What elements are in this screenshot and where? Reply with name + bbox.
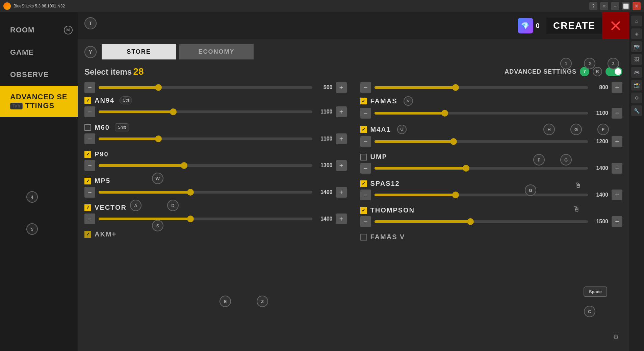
- m60-plus[interactable]: +: [336, 133, 347, 144]
- title-restore-btn[interactable]: ⬜: [622, 2, 630, 10]
- weapon-header-famas: FAMAS V: [360, 96, 623, 106]
- close-x-button[interactable]: [602, 12, 629, 39]
- checkbox-an94[interactable]: [84, 97, 91, 104]
- weapon-header-thompson: THOMPSON: [360, 206, 623, 214]
- sidebar-icon-3[interactable]: 📷: [631, 41, 642, 52]
- vector-value: 1400: [316, 216, 333, 222]
- weapon-row-famas: FAMAS V − 1100 +: [360, 96, 623, 119]
- sidebar-icon-7[interactable]: ⚙: [631, 93, 642, 103]
- create-button[interactable]: CREATE: [546, 18, 602, 34]
- top-slider-left-fill: [99, 86, 158, 89]
- checkbox-thompson[interactable]: [360, 207, 367, 214]
- key-s: S: [152, 220, 163, 231]
- ump-minus[interactable]: −: [360, 163, 371, 174]
- spas12-plus[interactable]: +: [612, 190, 622, 200]
- title-minimize-btn[interactable]: −: [611, 2, 619, 10]
- slider-m4a1: − 1200 +: [360, 136, 623, 147]
- ump-plus[interactable]: +: [612, 163, 622, 174]
- tab-store[interactable]: STORE: [102, 44, 176, 59]
- spas12-minus[interactable]: −: [360, 190, 371, 200]
- sidebar-icon-6[interactable]: 📸: [631, 80, 642, 91]
- weapon-name-m60: M60: [95, 124, 110, 131]
- weapon-row-p90: P90 − 1300 +: [84, 150, 347, 171]
- gem-count: 0: [536, 22, 540, 30]
- sidebar-item-room[interactable]: ROOM M: [0, 19, 78, 41]
- checkbox-vector[interactable]: [84, 204, 91, 211]
- top-slider-right-minus[interactable]: −: [360, 82, 371, 93]
- slider-ump: − 1400 +: [360, 163, 623, 174]
- sidebar-item-advanced[interactable]: ADVANCED SE Tab TTINGS: [0, 86, 78, 117]
- top-slider-right-thumb[interactable]: [452, 84, 459, 91]
- weapon-name-vector: VECTOR: [95, 204, 127, 211]
- weapon-header-ump: UMP: [360, 153, 623, 161]
- ump-value: 1400: [591, 165, 608, 171]
- checkbox-mp5[interactable]: [84, 178, 91, 184]
- sidebar-icon-5[interactable]: 🎮: [631, 67, 642, 78]
- weapon-row-m4a1: M4A1 G − 1200 +: [360, 125, 623, 147]
- key-w: W: [152, 173, 163, 184]
- mp5-minus[interactable]: −: [84, 187, 95, 198]
- title-menu-btn[interactable]: ≡: [600, 2, 608, 10]
- checkbox-famas-v[interactable]: [360, 234, 367, 241]
- m4a1-value: 1200: [591, 139, 608, 145]
- famas-key-v: V: [404, 96, 413, 106]
- p90-plus[interactable]: +: [336, 160, 347, 171]
- an94-value: 1100: [316, 109, 333, 115]
- m60-minus[interactable]: −: [84, 133, 95, 144]
- weapon-row-famas-v: FAMAS V: [360, 233, 623, 241]
- top-slider-left-minus[interactable]: −: [84, 82, 95, 93]
- gem-icon: 💎: [518, 18, 533, 33]
- settings-gear-icon[interactable]: ⚙: [613, 333, 619, 341]
- weapon-row-an94: AN94 Ctrl − 1100 +: [84, 96, 347, 117]
- checkbox-ump[interactable]: [360, 154, 367, 160]
- p90-minus[interactable]: −: [84, 160, 95, 171]
- checkbox-akm[interactable]: [84, 231, 91, 238]
- checkbox-m60[interactable]: [84, 124, 91, 131]
- sidebar-icon-1[interactable]: ⌂: [631, 16, 642, 26]
- key-a: A: [130, 200, 141, 211]
- checkbox-famas[interactable]: [360, 98, 367, 104]
- vector-minus[interactable]: −: [84, 214, 95, 224]
- thompson-plus[interactable]: +: [612, 216, 622, 227]
- slider-spas12: − 1400 +: [360, 190, 623, 200]
- title-question-btn[interactable]: ?: [589, 2, 597, 10]
- weapon-name-akm: AKM+: [95, 230, 117, 238]
- m4a1-key-g: G: [397, 125, 407, 134]
- sidebar-icon-4[interactable]: 🖼: [631, 54, 642, 65]
- top-slider-left-plus[interactable]: +: [336, 82, 347, 93]
- thompson-minus[interactable]: −: [360, 216, 371, 227]
- top-slider-right-plus[interactable]: +: [612, 82, 622, 93]
- space-key: Space: [584, 286, 607, 297]
- tab-economy[interactable]: ECONOMY: [179, 44, 254, 59]
- weapon-row-vector: VECTOR − 1400 +: [84, 204, 347, 224]
- adv-key-r: R: [593, 67, 602, 76]
- an94-minus[interactable]: −: [84, 106, 95, 117]
- an94-plus[interactable]: +: [336, 106, 347, 117]
- weapon-row-thompson: THOMPSON − 1500 +: [360, 206, 623, 227]
- m4a1-minus[interactable]: −: [360, 136, 371, 147]
- checkbox-p90[interactable]: [84, 151, 91, 158]
- key-e-bottom: E: [220, 296, 231, 307]
- slider-mp5: − 1400 +: [84, 187, 347, 198]
- title-close-btn[interactable]: ✕: [633, 2, 641, 10]
- famas-plus[interactable]: +: [612, 108, 622, 119]
- key-d: D: [167, 200, 179, 211]
- tab-row: Y STORE ECONOMY: [84, 44, 622, 59]
- famas-minus[interactable]: −: [360, 108, 371, 119]
- sidebar-icon-2[interactable]: ◈: [631, 28, 642, 39]
- mp5-plus[interactable]: +: [336, 187, 347, 198]
- weapon-header-akm: AKM+: [84, 230, 347, 238]
- key-c-bottom: C: [584, 306, 595, 317]
- top-action-bar: 💎 0 CREATE: [78, 12, 629, 39]
- sidebar-icon-8[interactable]: 🔧: [631, 105, 642, 116]
- vector-plus[interactable]: +: [336, 214, 347, 224]
- weapon-header-famas-v: FAMAS V: [360, 233, 623, 241]
- checkbox-spas12[interactable]: [360, 180, 367, 187]
- sidebar-item-observe[interactable]: OBSERVE: [0, 64, 78, 86]
- title-bar-controls: ? ≡ − ⬜ ✕: [589, 2, 641, 10]
- room-key-badge: M: [64, 26, 73, 34]
- checkbox-m4a1[interactable]: [360, 126, 367, 133]
- m4a1-plus[interactable]: +: [612, 136, 622, 147]
- sidebar-item-game[interactable]: GAME: [0, 41, 78, 64]
- top-slider-left-thumb[interactable]: [155, 84, 162, 91]
